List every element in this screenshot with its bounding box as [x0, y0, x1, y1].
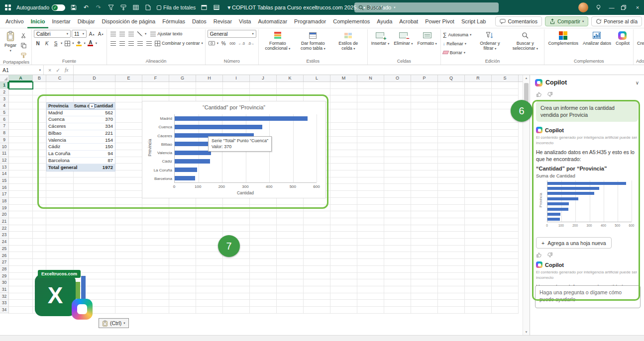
- pivot-filter-icon[interactable]: ▾: [89, 103, 95, 109]
- align-bottom-icon[interactable]: [127, 30, 135, 38]
- bar-c-ceres[interactable]: [547, 192, 594, 195]
- bar-madrid[interactable]: [547, 182, 626, 185]
- tab-archivo[interactable]: Archivo: [2, 15, 27, 28]
- pivot-row-value[interactable]: 562: [74, 110, 115, 116]
- align-top-icon[interactable]: [109, 30, 117, 38]
- tab-vista[interactable]: Vista: [235, 15, 254, 28]
- new-sheet-icon[interactable]: [144, 3, 152, 11]
- pivot-row-label[interactable]: Cádiz: [47, 144, 74, 150]
- clear-button[interactable]: Borrar▾: [443, 49, 472, 56]
- tab-ayuda[interactable]: Ayuda: [373, 15, 396, 28]
- tab-disposici-n-de-p-gina[interactable]: Disposición de página: [99, 15, 159, 28]
- decrease-indent-icon[interactable]: [136, 39, 144, 47]
- column-header-D[interactable]: D: [74, 75, 115, 82]
- row-header-17[interactable]: 17: [0, 191, 8, 198]
- increase-font-icon[interactable]: A▴: [88, 30, 96, 38]
- pivot-row-label[interactable]: La Coruña: [47, 151, 74, 157]
- row-header-29[interactable]: 29: [0, 272, 8, 279]
- row-header-2[interactable]: 2: [0, 89, 8, 96]
- column-header-K[interactable]: K: [277, 75, 304, 82]
- scroll-down-icon[interactable]: ▼: [523, 331, 530, 334]
- borders-icon[interactable]: [63, 39, 71, 47]
- share-button[interactable]: Compartir▾: [545, 16, 588, 26]
- percent-style-icon[interactable]: %: [219, 39, 227, 47]
- row-header-4[interactable]: 4: [0, 102, 8, 109]
- row-header-32[interactable]: 32: [0, 293, 8, 300]
- bold-button[interactable]: N: [34, 39, 42, 47]
- column-header-C[interactable]: C: [46, 75, 74, 82]
- column-header-A[interactable]: A: [9, 75, 33, 82]
- restore-button[interactable]: [621, 5, 628, 10]
- align-middle-icon[interactable]: [118, 30, 126, 38]
- excel-app-icon[interactable]: [4, 3, 12, 11]
- row-header-28[interactable]: 28: [0, 266, 8, 273]
- bar-la-coru-a[interactable]: [547, 213, 560, 216]
- pivot-row-label[interactable]: Madrid: [47, 110, 74, 116]
- paste-options-button[interactable]: (Ctrl)▾: [99, 318, 129, 328]
- increase-decimal-icon[interactable]: ←.0: [237, 39, 246, 47]
- bar-madrid[interactable]: [175, 116, 308, 121]
- row-header-25[interactable]: 25: [0, 246, 8, 253]
- align-center-icon[interactable]: [118, 39, 126, 47]
- bar-valencia[interactable]: [175, 151, 211, 155]
- fill-color-icon[interactable]: ◆: [75, 39, 83, 47]
- grid-viewport[interactable]: ABCDEFGHIJKLMNOPQRS 12345678910111213141…: [0, 75, 523, 335]
- row-header-24[interactable]: 24: [0, 239, 8, 246]
- format-as-table-button[interactable]: Dar formato como tabla ▾: [296, 30, 330, 52]
- row-header-3[interactable]: 3: [0, 95, 8, 102]
- tab-revisar[interactable]: Revisar: [210, 15, 235, 28]
- row-header-19[interactable]: 19: [0, 204, 8, 211]
- underline-button[interactable]: S: [52, 39, 60, 47]
- cell-styles-button[interactable]: Estilos de celda ▾: [331, 30, 365, 52]
- bar-cuenca[interactable]: [547, 187, 599, 190]
- column-header-N[interactable]: N: [357, 75, 384, 82]
- pivot-row-value[interactable]: 334: [74, 123, 115, 130]
- column-header-F[interactable]: F: [142, 75, 169, 82]
- addins-button[interactable]: Complementos: [546, 30, 580, 47]
- copilot-input[interactable]: Haga una pregunta o dígame cómo puedo ay…: [535, 285, 641, 308]
- column-header-J[interactable]: J: [250, 75, 277, 82]
- accounting-format-icon[interactable]: [208, 39, 216, 47]
- cut-icon[interactable]: [19, 31, 27, 39]
- row-header-16[interactable]: 16: [0, 184, 8, 191]
- column-header-E[interactable]: E: [115, 75, 142, 82]
- pivot-total-value[interactable]: 1972: [82, 165, 115, 171]
- format-painter-icon[interactable]: [119, 3, 127, 11]
- table-style-icon[interactable]: [200, 3, 208, 11]
- column-header-H[interactable]: H: [196, 75, 223, 82]
- account-avatar[interactable]: [578, 2, 588, 12]
- sort-filter-button[interactable]: Ordenar y filtrar ▾: [473, 30, 507, 52]
- comments-button[interactable]: Comentarios: [495, 16, 542, 26]
- scroll-up-icon[interactable]: ▲: [523, 77, 530, 80]
- search-box[interactable]: Buscar: [354, 2, 499, 12]
- row-header-27[interactable]: 27: [0, 259, 8, 266]
- copy-icon[interactable]: [19, 41, 27, 49]
- cancel-entry-icon[interactable]: ×: [48, 67, 51, 73]
- pivot-header-provincia[interactable]: Provincia▾: [47, 103, 74, 109]
- row-header-6[interactable]: 6: [0, 116, 8, 123]
- delete-cells-button[interactable]: Eliminar ▾: [392, 30, 414, 47]
- row-header-26[interactable]: 26: [0, 252, 8, 259]
- thumbs-up-icon[interactable]: [536, 91, 542, 97]
- tab-inicio[interactable]: Inicio: [27, 15, 49, 28]
- find-select-button[interactable]: Buscar y seleccionar ▾: [508, 30, 542, 52]
- row-header-31[interactable]: 31: [0, 286, 8, 293]
- format-painter-ribbon-icon[interactable]: [19, 51, 27, 59]
- row-header-18[interactable]: 18: [0, 198, 8, 205]
- name-box[interactable]: A1▾: [0, 65, 44, 75]
- bar-la-coru-a[interactable]: [175, 168, 197, 172]
- pivot-row-value[interactable]: 150: [74, 144, 115, 150]
- row-header-8[interactable]: 8: [0, 130, 8, 137]
- catch-up-button[interactable]: Ponerse al día: [591, 16, 642, 26]
- increase-indent-icon[interactable]: [145, 39, 153, 47]
- formula-input[interactable]: [74, 65, 644, 75]
- row-header-23[interactable]: 23: [0, 232, 8, 239]
- row-header-11[interactable]: 11: [0, 150, 8, 157]
- row-header-14[interactable]: 14: [0, 170, 8, 177]
- create-pdf-button[interactable]: Crear un PDF: [636, 30, 644, 47]
- bar-cuenca[interactable]: [175, 125, 262, 129]
- row-header-9[interactable]: 9: [0, 137, 8, 144]
- row-header-1[interactable]: 1: [0, 82, 8, 89]
- copilot-mini-chart[interactable]: Provincia 0100200300400500600: [536, 179, 638, 233]
- wrap-text-button[interactable]: Ajustar texto: [150, 30, 182, 38]
